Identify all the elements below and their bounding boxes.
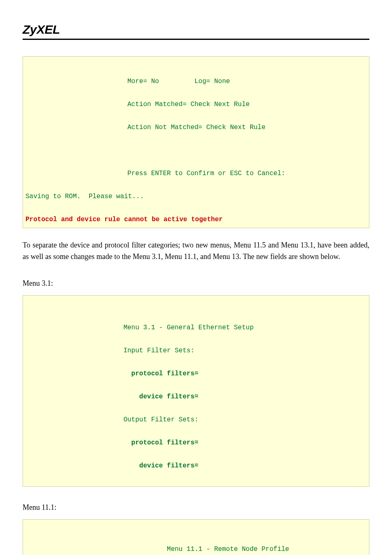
term-error-line: Protocol and device rule cannot be activ…	[25, 214, 367, 225]
term-line: Saving to ROM. Please wait...	[25, 191, 367, 202]
term-line: Press ENTER to Confirm or ESC to Cancel:	[25, 168, 367, 179]
term-line: More= No Log= None	[25, 76, 367, 87]
term-line	[25, 145, 367, 156]
term-line-bold: protocol filters=	[25, 368, 367, 379]
term-line: Input Filter Sets:	[25, 345, 367, 356]
brand-logo: ZyXEL	[23, 23, 369, 39]
term-line: Action Matched= Check Next Rule	[25, 99, 367, 110]
body-paragraph: To separate the device and protocol filt…	[23, 240, 369, 263]
term-line-bold: device filters=	[25, 460, 367, 472]
menu-label-3-1: Menu 3.1:	[23, 279, 369, 288]
term-line: Menu 3.1 - General Ethernet Setup	[25, 322, 367, 333]
menu-label-11-1: Menu 11.1:	[23, 503, 369, 512]
term-line-bold: device filters=	[25, 391, 367, 402]
terminal-block-2: Menu 3.1 - General Ethernet Setup Input …	[23, 295, 369, 487]
term-line: Action Not Matched= Check Next Rule	[25, 122, 367, 133]
terminal-block-1: More= No Log= None Action Matched= Check…	[23, 56, 369, 228]
term-line: Output Filter Sets:	[25, 414, 367, 426]
term-line-bold: protocol filters=	[25, 437, 367, 449]
term-line: Menu 11.1 - Remote Node Profile	[25, 543, 367, 555]
header-rule	[23, 39, 369, 40]
terminal-block-3: Menu 11.1 - Remote Node Profile Rem Node…	[23, 519, 369, 555]
